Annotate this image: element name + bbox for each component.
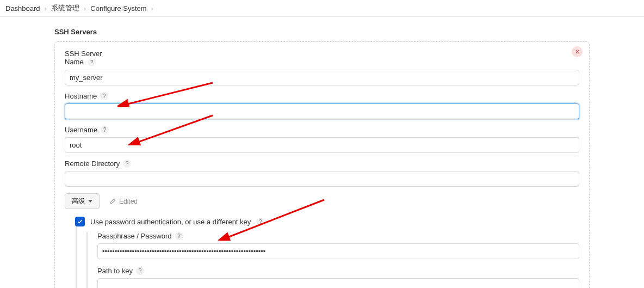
advanced-section: Use password authentication, or use a di…: [76, 217, 579, 288]
remote-dir-input[interactable]: [65, 171, 579, 187]
chevron-right-icon: ›: [84, 4, 86, 13]
breadcrumb-item-configure[interactable]: Configure System: [90, 4, 146, 13]
name-label-l2: Name: [65, 58, 84, 66]
name-input[interactable]: [65, 70, 579, 85]
edited-indicator: Edited: [109, 198, 138, 205]
chevron-right-icon: ›: [45, 4, 47, 13]
advanced-button-label: 高级: [72, 197, 85, 206]
field-hostname: Hostname ?: [65, 92, 579, 119]
passphrase-label: Passphrase / Password: [97, 232, 172, 240]
use-password-label: Use password authentication, or use a di…: [90, 218, 251, 226]
path-to-key-input[interactable]: [97, 278, 579, 288]
passphrase-input[interactable]: [97, 243, 579, 259]
help-icon[interactable]: ?: [136, 267, 144, 275]
field-remote-dir: Remote Directory ?: [65, 160, 579, 187]
use-password-checkbox[interactable]: [75, 217, 85, 226]
hostname-label: Hostname: [65, 92, 97, 100]
chevron-down-icon: [88, 200, 92, 203]
pencil-icon: [109, 198, 116, 205]
remote-dir-label: Remote Directory: [65, 160, 120, 168]
breadcrumb: Dashboard › 系统管理 › Configure System ›: [0, 0, 644, 17]
help-icon[interactable]: ?: [88, 58, 96, 66]
breadcrumb-item-sysadmin[interactable]: 系统管理: [51, 3, 79, 13]
help-icon[interactable]: ?: [100, 92, 108, 100]
field-name: SSH Server Name ?: [65, 50, 579, 85]
close-icon[interactable]: ✕: [572, 46, 583, 57]
path-to-key-label: Path to key: [97, 267, 133, 275]
field-passphrase: Passphrase / Password ?: [97, 232, 579, 259]
hostname-input[interactable]: [65, 103, 579, 119]
chevron-right-icon: ›: [151, 4, 153, 13]
check-icon: [77, 218, 83, 225]
advanced-button[interactable]: 高级: [65, 193, 100, 209]
section-title: SSH Servers: [54, 28, 644, 36]
breadcrumb-item-dashboard[interactable]: Dashboard: [5, 4, 40, 13]
field-path-to-key: Path to key ?: [97, 267, 579, 288]
help-icon[interactable]: ?: [123, 160, 131, 168]
help-icon[interactable]: ?: [175, 232, 183, 240]
username-label: Username: [65, 126, 97, 134]
help-icon[interactable]: ?: [101, 126, 109, 134]
name-label-l1: SSH Server: [65, 50, 102, 58]
ssh-server-panel: ✕ SSH Server Name ? Hostname ? Usern: [54, 41, 590, 288]
help-icon[interactable]: ?: [256, 218, 264, 226]
field-username: Username ?: [65, 126, 579, 153]
username-input[interactable]: [65, 137, 579, 153]
